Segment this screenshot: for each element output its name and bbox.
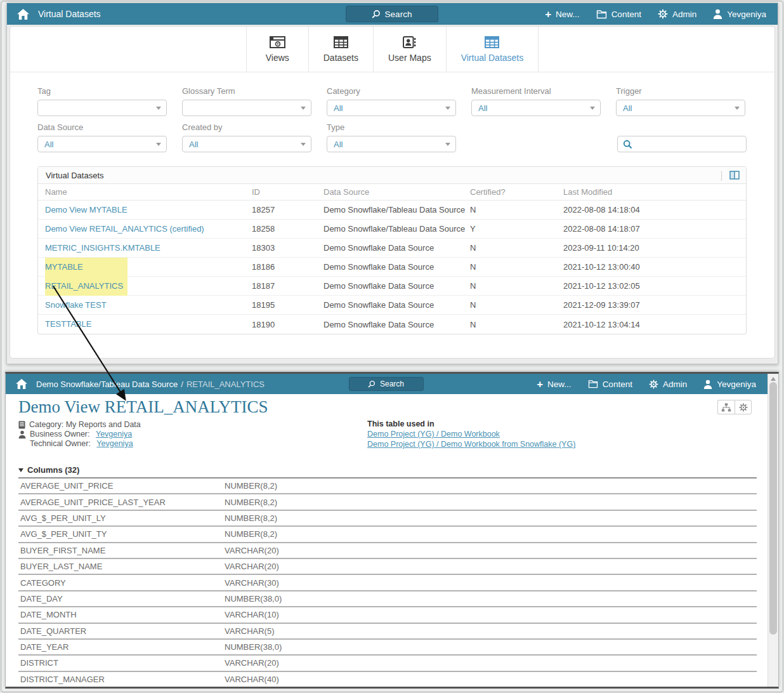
screenshot-stage: Virtual Datasets Search +New... Content … (0, 0, 784, 693)
breadcrumb-separator: / (181, 380, 183, 389)
column-row: BUYER_FIRST_NAME VARCHAR(20) (18, 543, 757, 559)
gear-icon (649, 380, 658, 389)
column-row: DATE_YEAR NUMBER(38,0) (18, 640, 757, 656)
filter-select[interactable]: All (37, 136, 167, 152)
column-row: DATE_QUARTER VARCHAR(5) (18, 624, 757, 640)
user-icon (703, 380, 712, 389)
dataset-link[interactable]: METRIC_INSIGHTS.KMTABLE (45, 243, 160, 253)
column-name: DATE_QUARTER (18, 626, 225, 636)
dataset-certified: N (470, 300, 563, 310)
search-input[interactable] (617, 136, 747, 152)
dataset-name-cell: TESTTABLE (45, 315, 252, 334)
workbook-link[interactable]: Demo Project (YG) / Demo Workbook (367, 430, 500, 439)
dataset-detail-page: Demo Snowflake/Tableau Data Source / RET… (5, 372, 779, 689)
column-row: BUYER_LAST_NAME VARCHAR(20) (18, 559, 757, 575)
tab-strip: Views Datasets User Maps Virtual Dataset… (10, 27, 774, 72)
dataset-link[interactable]: RETAIL_ANALYTICS (45, 281, 123, 291)
dataset-name-cell: Demo View MYTABLE (45, 201, 252, 220)
virtual-datasets-card: Virtual Datasets │ Name ID Data Source C… (37, 166, 747, 334)
filter-select[interactable]: All (327, 136, 456, 152)
filter-select[interactable]: All (327, 100, 456, 116)
tab-views[interactable]: Views (246, 27, 308, 72)
filter: Data Source All (37, 122, 167, 152)
settings-button[interactable] (735, 400, 752, 414)
dataset-link[interactable]: MYTABLE (45, 262, 83, 272)
business-owner-link[interactable]: Yevgeniya (96, 430, 132, 439)
new-menu[interactable]: +New... (537, 379, 571, 390)
content-menu[interactable]: Content (588, 380, 632, 389)
column-row: AVG_$_PER_UNIT_LY NUMBER(8,2) (18, 511, 757, 527)
column-name: DISTRICT (18, 658, 225, 668)
chevron-down-icon (156, 143, 161, 146)
column-type: NUMBER(8,2) (225, 513, 757, 523)
sitemap-icon (721, 403, 731, 412)
dataset-certified: N (470, 205, 563, 214)
col-header-certified[interactable]: Certified? (470, 187, 563, 197)
dataset-modified: 2021-10-12 13:00:40 (563, 262, 746, 272)
filter-select[interactable]: All (182, 136, 311, 152)
filter: Category All (327, 86, 456, 116)
dataset-link[interactable]: Demo View MYTABLE (45, 205, 127, 214)
column-row: DISTRICT VARCHAR(20) (18, 656, 757, 671)
scrollbar-thumb[interactable] (769, 382, 777, 635)
dataset-name-cell: METRIC_INSIGHTS.KMTABLE (45, 239, 252, 258)
column-name: BUYER_FIRST_NAME (18, 546, 225, 555)
dataset-source: Demo Snowflake Data Source (323, 320, 470, 329)
filter: Type All (327, 122, 456, 152)
filter-select[interactable]: All (471, 100, 601, 116)
scroll-up-arrow[interactable] (771, 377, 776, 381)
columns-section-toggle[interactable]: Columns (32) (18, 465, 79, 475)
filter: Tag (37, 86, 167, 116)
folder-icon (596, 10, 607, 19)
home-icon[interactable] (16, 379, 27, 389)
user-menu[interactable]: Yevgeniya (713, 9, 766, 19)
dataset-modified: 2023-09-11 10:14:20 (563, 243, 746, 253)
col-header-modified[interactable]: Last Modified (563, 187, 746, 197)
search-button[interactable]: Search (346, 6, 438, 22)
filter-label: Type (327, 122, 456, 132)
table-row: MYTABLE 18186 Demo Snowflake Data Source… (38, 258, 746, 277)
filter-select[interactable]: All (616, 100, 745, 116)
dataset-link[interactable]: Snowflake TEST (45, 300, 107, 310)
column-chooser-icon[interactable] (729, 171, 740, 180)
dataset-name-cell: RETAIL_ANALYTICS (45, 277, 252, 296)
filter-select[interactable] (37, 100, 167, 116)
folder-icon (588, 380, 598, 388)
table-row: Demo View RETAIL_ANALYTICS (certified) 1… (38, 220, 746, 239)
column-name: BUYER_LAST_NAME (18, 562, 225, 571)
col-header-source[interactable]: Data Source (323, 187, 470, 197)
column-name: AVG_$_PER_UNIT_LY (18, 513, 225, 523)
filter: Measurement Interval All (471, 86, 601, 116)
owner-icon (18, 430, 26, 439)
admin-menu[interactable]: Admin (658, 9, 696, 19)
tab-datasets[interactable]: Datasets (308, 27, 373, 72)
dataset-link[interactable]: Demo View RETAIL_ANALYTICS (certified) (45, 224, 204, 234)
filter-label: Glossary Term (182, 86, 311, 96)
technical-owner-link[interactable]: Yevgeniya (96, 439, 133, 448)
home-icon[interactable] (17, 9, 29, 20)
tab-user-maps[interactable]: User Maps (373, 27, 446, 72)
user-maps-icon (403, 36, 416, 48)
filter-select[interactable] (182, 100, 311, 116)
content-menu[interactable]: Content (596, 10, 641, 19)
dataset-certified: N (470, 262, 563, 272)
admin-menu[interactable]: Admin (649, 380, 687, 389)
breadcrumb-source[interactable]: Demo Snowflake/Tableau Data Source (36, 380, 178, 389)
lineage-button[interactable] (717, 400, 735, 414)
dataset-link[interactable]: TESTTABLE (45, 319, 91, 329)
scrollbar[interactable] (768, 374, 778, 687)
user-menu[interactable]: Yevgeniya (703, 380, 756, 389)
col-header-name[interactable]: Name (45, 187, 252, 197)
table-row: RETAIL_ANALYTICS 18187 Demo Snowflake Da… (38, 277, 746, 296)
dataset-certified: N (470, 281, 563, 291)
workbook-link[interactable]: Demo Project (YG) / Demo Workbook from S… (367, 440, 575, 449)
column-type: VARCHAR(5) (225, 626, 757, 636)
search-button[interactable]: Search (349, 377, 424, 391)
filter: Trigger All (616, 86, 745, 116)
col-header-id[interactable]: ID (252, 187, 323, 197)
views-icon (270, 36, 285, 48)
tab-virtual-datasets[interactable]: Virtual Datasets (446, 27, 539, 72)
content-card: Views Datasets User Maps Virtual Dataset… (10, 26, 775, 359)
virtual-datasets-icon (485, 36, 499, 48)
new-menu[interactable]: +New... (545, 9, 579, 20)
